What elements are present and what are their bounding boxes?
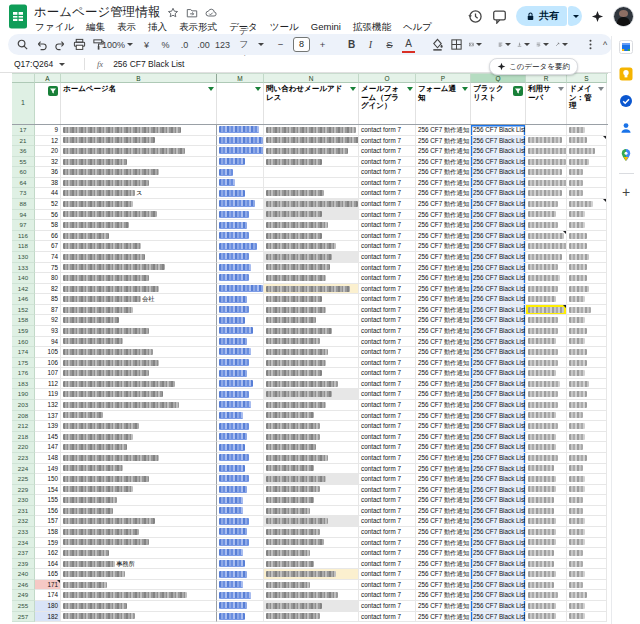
cell-domain[interactable]: [567, 516, 607, 527]
cell-url[interactable]: [217, 252, 264, 263]
maps-icon[interactable]: [619, 148, 633, 162]
cell-url[interactable]: [217, 538, 264, 549]
cell-email[interactable]: [264, 305, 359, 316]
font-size-input[interactable]: 8: [293, 37, 310, 52]
cell-site-name[interactable]: [61, 252, 217, 263]
cell-domain[interactable]: [567, 612, 607, 623]
row-header[interactable]: 21: [12, 136, 35, 147]
cell-blacklist[interactable]: 256 CF7 Black List: [471, 421, 526, 432]
cell-site-name[interactable]: [61, 337, 217, 348]
summarize-data-button[interactable]: このデータを要約: [489, 58, 578, 75]
cell-server[interactable]: [526, 601, 567, 612]
row-header[interactable]: 64: [12, 178, 35, 189]
cell-url[interactable]: [217, 294, 264, 305]
cell-form-notify[interactable]: 256 CF7 動作通知: [416, 220, 471, 231]
cell-blacklist[interactable]: 256 CF7 Black List: [471, 284, 526, 295]
row-header[interactable]: 183: [12, 379, 35, 390]
cell-email[interactable]: [264, 453, 359, 464]
cell-site-name[interactable]: [61, 453, 217, 464]
cell-form-plugin[interactable]: contact form 7: [359, 358, 416, 369]
sparkle-icon[interactable]: [591, 10, 604, 23]
cell-domain[interactable]: [567, 569, 607, 580]
row-header[interactable]: 36: [12, 146, 35, 157]
row-header[interactable]: 232: [12, 516, 35, 527]
cell-url[interactable]: [217, 548, 264, 559]
cell-site-id[interactable]: 182: [35, 612, 61, 623]
cell-form-plugin[interactable]: contact form 7: [359, 453, 416, 464]
calendar-icon[interactable]: [619, 40, 633, 54]
cell-form-notify[interactable]: 256 CF7 動作通知: [416, 188, 471, 199]
cell-site-name[interactable]: [61, 284, 217, 295]
cell-email[interactable]: [264, 612, 359, 623]
more-formats-button[interactable]: 123: [216, 37, 229, 52]
cell-email[interactable]: [264, 548, 359, 559]
row-header[interactable]: 174: [12, 347, 35, 358]
row-header[interactable]: 146: [12, 294, 35, 305]
cell-blacklist[interactable]: 256 CF7 Black List: [471, 506, 526, 517]
cell-email[interactable]: [264, 442, 359, 453]
cell-url[interactable]: [217, 188, 264, 199]
cell-site-name[interactable]: [61, 421, 217, 432]
cell-form-plugin[interactable]: contact form 7: [359, 188, 416, 199]
cell-email[interactable]: [264, 516, 359, 527]
tasks-icon[interactable]: [619, 94, 633, 108]
row-header[interactable]: 133: [12, 263, 35, 274]
cell-email[interactable]: [264, 337, 359, 348]
cell-email[interactable]: [264, 146, 359, 157]
menu-item-6[interactable]: ツール: [265, 20, 304, 33]
cell-domain[interactable]: [567, 146, 607, 157]
plus-icon[interactable]: +: [622, 185, 630, 199]
cell-server[interactable]: [526, 453, 567, 464]
cell-url[interactable]: [217, 368, 264, 379]
cell-form-notify[interactable]: 256 CF7 動作通知: [416, 400, 471, 411]
cell-server[interactable]: [526, 178, 567, 189]
cell-server[interactable]: [526, 485, 567, 496]
cell-form-notify[interactable]: 256 CF7 動作通知: [416, 294, 471, 305]
row-header[interactable]: 230: [12, 495, 35, 506]
cell-email[interactable]: [264, 389, 359, 400]
cell-server[interactable]: [526, 590, 567, 601]
cell-server[interactable]: [526, 358, 567, 369]
cell-form-notify[interactable]: 256 CF7 動作通知: [416, 506, 471, 517]
cell-site-name[interactable]: [61, 210, 217, 221]
cell-site-id[interactable]: 74: [35, 252, 61, 263]
cell-form-notify[interactable]: 256 CF7 動作通知: [416, 612, 471, 623]
cell-server[interactable]: [526, 411, 567, 422]
cell-site-name[interactable]: [61, 136, 217, 147]
keep-icon[interactable]: [619, 67, 633, 81]
cell-form-notify[interactable]: 256 CF7 動作通知: [416, 474, 471, 485]
cell-form-plugin[interactable]: contact form 7: [359, 421, 416, 432]
italic-button[interactable]: I: [364, 37, 377, 52]
cell-site-id[interactable]: 36: [35, 167, 61, 178]
cell-domain[interactable]: [567, 284, 607, 295]
share-dropdown-button[interactable]: [568, 6, 582, 26]
cell-form-plugin[interactable]: contact form 7: [359, 506, 416, 517]
row-header[interactable]: 158: [12, 315, 35, 326]
cell-form-notify[interactable]: 256 CF7 動作通知: [416, 305, 471, 316]
cell-domain[interactable]: [567, 315, 607, 326]
cell-server[interactable]: [526, 527, 567, 538]
cell-domain[interactable]: [567, 136, 607, 147]
cell-blacklist[interactable]: 256 CF7 Black List: [471, 569, 526, 580]
cell-url[interactable]: [217, 495, 264, 506]
cell-blacklist[interactable]: 256 CF7 Black List: [471, 220, 526, 231]
cell-site-id[interactable]: 180: [35, 601, 61, 612]
vertical-align-button[interactable]: [517, 37, 530, 52]
more-options-icon[interactable]: [584, 37, 597, 52]
cell-server[interactable]: [526, 146, 567, 157]
menu-item-9[interactable]: ヘルプ: [398, 20, 437, 33]
cell-form-plugin[interactable]: contact form 7: [359, 294, 416, 305]
header-cell-form-plugin[interactable]: メールフォーム（プラグイン）: [359, 83, 416, 124]
cell-site-name[interactable]: [61, 358, 217, 369]
cell-form-plugin[interactable]: contact form 7: [359, 136, 416, 147]
row-header[interactable]: 94: [12, 210, 35, 221]
cell-server[interactable]: [526, 263, 567, 274]
cell-site-name[interactable]: [61, 580, 217, 591]
cell-url[interactable]: [217, 167, 264, 178]
row-header[interactable]: 17: [12, 125, 35, 136]
strikethrough-button[interactable]: S: [383, 37, 396, 52]
borders-icon[interactable]: [450, 37, 463, 52]
cell-url[interactable]: [217, 421, 264, 432]
cell-url[interactable]: [217, 315, 264, 326]
cell-form-plugin[interactable]: contact form 7: [359, 146, 416, 157]
